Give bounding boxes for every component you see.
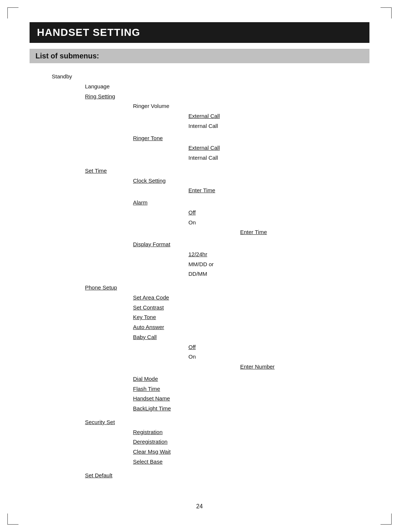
menu-item-int-call-2: Internal Call [188,155,218,161]
page-number: 24 [196,503,203,510]
menu-item-int-call-1: Internal Call [188,123,218,129]
menu-item-deregistration: Deregistration [133,438,167,445]
menu-item-mmdd: MM/DD or [188,261,214,267]
subtitle: List of submenus: [35,52,364,60]
corner-mark-tr [381,7,392,18]
menu-item-alarm: Alarm [133,199,147,206]
menu-item-phone-setup: Phone Setup [85,284,117,291]
menu-item-ext-call-1: External Call [188,113,220,119]
title-bar: HANDSET SETTING [30,22,369,43]
menu-item-set-default: Set Default [85,472,112,478]
menu-item-alarm-on: On [188,219,196,226]
menu-item-language: Language [85,83,110,89]
corner-mark-br [381,514,392,525]
menu-item-security-set: Security Set [85,419,115,425]
menu-item-alarm-off: Off [188,209,196,216]
menu-tree: Standby Language Ring Setting Ringer Vol… [30,72,369,480]
menu-item-registration: Registration [133,429,163,435]
menu-item-ddmm: DD/MM [188,271,207,277]
menu-item-standby: Standby [52,73,72,79]
menu-item-12-24hr: 12/24hr [188,251,207,257]
page-container: HANDSET SETTING List of submenus: Standb… [0,0,399,532]
menu-item-enter-time-1: Enter Time [188,187,215,193]
menu-item-auto-answer: Auto Answer [133,324,164,330]
menu-item-set-contrast: Set Contrast [133,304,164,311]
menu-item-babycall-off: Off [188,344,196,350]
menu-item-handset-name: Handset Name [133,395,170,401]
menu-item-ringer-tone: Ringer Tone [133,135,163,141]
menu-item-enter-time-2: Enter Time [240,229,267,235]
menu-item-backlight-time: BackLight Time [133,405,171,411]
subtitle-bar: List of submenus: [30,49,369,63]
menu-item-select-base: Select Base [133,458,163,465]
menu-item-set-time: Set Time [85,167,107,174]
menu-item-flash-time: Flash Time [133,386,160,392]
menu-item-dial-mode: Dial Mode [133,376,158,382]
corner-mark-bl [7,514,18,525]
page-title: HANDSET SETTING [37,27,362,38]
menu-item-enter-number: Enter Number [240,363,274,370]
menu-item-clock-setting: Clock Setting [133,177,166,184]
menu-item-display-format: Display Format [133,241,170,247]
corner-mark-tl [7,7,18,18]
menu-item-key-tone: Key Tone [133,314,156,320]
menu-item-ringer-volume: Ringer Volume [133,103,169,109]
menu-item-clear-msg-wait: Clear Msg Wait [133,448,171,455]
menu-item-babycall-on: On [188,353,196,360]
menu-item-ext-call-2: External Call [188,145,220,151]
menu-item-ring-setting: Ring Setting [85,93,115,99]
menu-item-baby-call: Baby Call [133,334,157,340]
menu-item-set-area-code: Set Area Code [133,294,169,301]
